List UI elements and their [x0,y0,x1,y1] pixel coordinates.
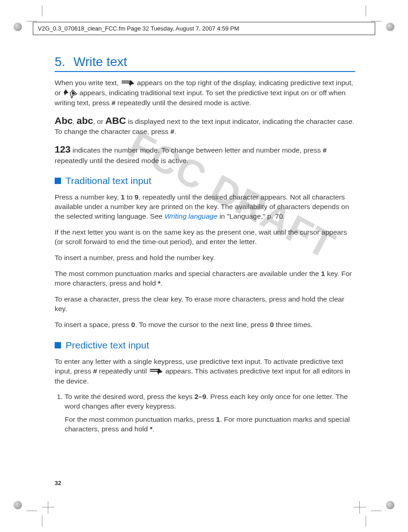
corner-dot-icon [14,23,22,31]
pred-p1: To enter any letter with a single keypre… [55,357,355,386]
list-item-subtext: For the most common punctuation marks, p… [65,415,355,434]
trad-p1: Press a number key, 1 to 9, repeatedly u… [55,193,355,221]
key-hash: # [170,128,174,135]
text: When you write text, [55,79,121,87]
key-hash: # [93,367,97,375]
corner-dot-icon [14,501,22,509]
text: To insert a space, press [55,321,131,328]
corner-dot-icon [386,23,394,31]
text: . [174,128,176,135]
predictive-input-icon [121,78,135,88]
trad-p4: The most common punctuation marks and sp… [55,269,355,288]
key-0: 0 [131,321,135,328]
corner-dot-icon [386,501,394,509]
traditional-input-icon [63,88,77,98]
text: to [125,193,135,201]
text: , or [93,118,106,125]
text: in "Language," p. 70. [218,212,285,220]
indicator-123: 123 [55,144,71,154]
trad-p6: To insert a space, press 0. To move the … [55,320,355,330]
text: To write the desired word, press the key… [65,393,194,400]
indicator-abc-upper: ABC [105,115,126,126]
text: three times. [274,321,312,328]
trad-p2: If the next letter you want is on the sa… [55,228,355,247]
text: repeatedly until the desired mode is act… [117,99,251,107]
section-heading-text: Traditional text input [66,175,151,186]
indicator-abc-mixed: Abc [55,115,73,126]
text: indicates the number mode. To change bet… [71,146,323,154]
text: . [161,279,163,287]
key-hash: # [323,146,327,154]
text: . [153,425,154,433]
text: repeatedly until [97,367,149,375]
chapter-number: 5. [55,55,65,69]
section-heading-predictive: Predictive text input [55,340,355,351]
pred-steps-list: To write the desired word, press the key… [55,392,355,434]
key-9: 9 [134,193,138,201]
section-heading-text: Predictive text input [66,340,149,351]
text: The most common punctuation marks and sp… [55,270,321,277]
registration-mark-icon [42,501,55,514]
case-paragraph: Abc, abc, or ABC is displayed next to th… [55,114,355,137]
key-1: 1 [321,270,325,277]
number-mode-paragraph: 123 indicates the number mode. To change… [55,143,355,165]
list-item: To write the desired word, press the key… [65,392,355,434]
text: repeatedly until the desired mode is act… [55,157,189,164]
section-bullet-icon [55,178,61,184]
key-hash: # [112,99,116,107]
page-number: 32 [55,480,61,486]
page-content: 5.Write text When you write text, appear… [55,55,355,438]
section-bullet-icon [55,342,61,348]
key-1: 1 [216,415,220,423]
print-header: V2G_0.3_070618_clean_FCC.fm Page 32 Tues… [33,22,375,35]
indicator-abc-lower: abc [76,115,93,126]
section-heading-traditional: Traditional text input [55,175,355,186]
header-text: V2G_0.3_070618_clean_FCC.fm Page 32 Tues… [38,25,239,32]
predictive-input-icon [149,367,163,377]
chapter-title-text: Write text [73,55,127,69]
chapter-title: 5.Write text [55,55,355,72]
text: Press a number key, [55,193,121,201]
text: . To move the cursor to the next line, p… [135,321,270,328]
key-range: 2–9 [194,393,206,400]
link-writing-language[interactable]: Writing language [164,212,217,220]
key-1: 1 [121,193,125,201]
trad-p5: To erase a character, press the clear ke… [55,295,355,314]
trad-p3: To insert a number, press and hold the n… [55,253,355,263]
intro-paragraph: When you write text, appears on the top … [55,78,355,108]
text: For the most common punctuation marks, p… [65,415,216,423]
registration-mark-icon [353,501,366,514]
